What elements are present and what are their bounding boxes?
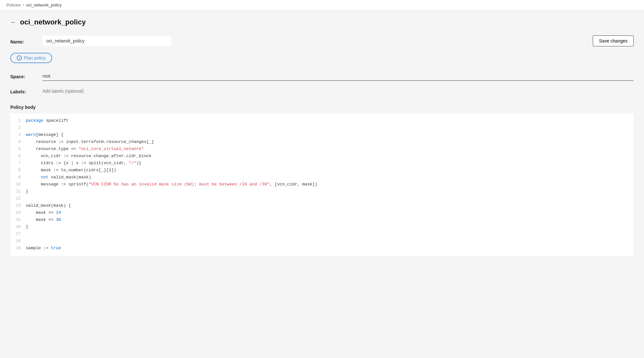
line-num-7: 7 <box>10 160 26 166</box>
line-content-8: mask := to_number(cidrs[_][1]) <box>26 167 634 174</box>
code-line-15: 15 mask <= 30 <box>10 217 634 224</box>
line-content-13: valid_mask(mask) { <box>26 203 634 209</box>
breadcrumb-parent[interactable]: Policies <box>6 3 21 7</box>
line-content-15: mask <= 30 <box>26 217 634 223</box>
name-row: Name: Save changes <box>10 35 634 46</box>
code-line-6: 6 vcn_cidr := resource.change.after.cidr… <box>10 153 634 160</box>
policy-body-label: Policy body <box>10 105 634 110</box>
line-content-10: message := sprintf("VCN CIDR %s has an i… <box>26 181 634 188</box>
code-line-12: 12 <box>10 195 634 203</box>
line-num-14: 14 <box>10 210 26 216</box>
line-content-4: resource := input.terraform.resource_cha… <box>26 139 634 146</box>
code-line-1: 1 package spacelift <box>10 118 634 125</box>
line-num-16: 16 <box>10 224 26 230</box>
line-content-14: mask >= 24 <box>26 210 634 216</box>
code-line-7: 7 cidrs := {x | x := split(vcn_cidr, "/"… <box>10 160 634 167</box>
code-line-5: 5 resource.type == "oci_core_virtual_net… <box>10 146 634 153</box>
line-num-17: 17 <box>10 231 26 237</box>
line-num-12: 12 <box>10 195 26 202</box>
back-button[interactable]: ← <box>10 19 16 26</box>
breadcrumb-current: oci_network_policy <box>26 3 62 7</box>
name-label: Name: <box>10 37 36 44</box>
code-line-10: 10 message := sprintf("VCN CIDR %s has a… <box>10 181 634 188</box>
code-line-4: 4 resource := input.terraform.resource_c… <box>10 139 634 146</box>
code-line-8: 8 mask := to_number(cidrs[_][1]) <box>10 167 634 174</box>
info-icon: i <box>17 55 22 61</box>
back-arrow-icon: ← <box>10 19 16 26</box>
breadcrumb: Policies • oci_network_policy <box>0 0 644 10</box>
line-content-6: vcn_cidr := resource.change.after.cidr_b… <box>26 153 634 160</box>
space-label: Space: <box>10 72 36 79</box>
line-num-13: 13 <box>10 203 26 209</box>
plan-policy-button[interactable]: i Plan policy <box>10 53 52 63</box>
code-line-9: 9 not valid_mask(mask) <box>10 174 634 181</box>
line-content-11: } <box>26 188 634 195</box>
line-num-19: 19 <box>10 245 26 251</box>
line-num-6: 6 <box>10 153 26 159</box>
breadcrumb-separator: • <box>23 3 24 7</box>
space-input[interactable] <box>43 72 634 81</box>
code-line-11: 11 } <box>10 188 634 195</box>
line-num-11: 11 <box>10 188 26 195</box>
line-num-15: 15 <box>10 217 26 223</box>
code-line-14: 14 mask >= 24 <box>10 210 634 217</box>
line-content-1: package spacelift <box>26 118 634 124</box>
code-line-3: 3 warn[message] { <box>10 132 634 139</box>
line-content-3: warn[message] { <box>26 132 634 138</box>
page-title: oci_network_policy <box>20 18 86 26</box>
code-line-18: 18 <box>10 238 634 245</box>
line-num-9: 9 <box>10 174 26 181</box>
labels-label: Labels: <box>10 87 36 94</box>
space-row: Space: <box>10 72 634 81</box>
page-container: ← oci_network_policy Name: Save changes … <box>0 10 644 355</box>
line-num-2: 2 <box>10 125 26 131</box>
line-content-5: resource.type == "oci_core_virtual_netwo… <box>26 146 634 153</box>
line-content-19: sample := true <box>26 245 634 252</box>
line-content-16: } <box>26 224 634 231</box>
labels-row: Labels: <box>10 87 634 96</box>
line-num-10: 10 <box>10 181 26 188</box>
line-num-8: 8 <box>10 167 26 174</box>
line-num-18: 18 <box>10 238 26 244</box>
code-line-17: 17 <box>10 231 634 238</box>
line-num-1: 1 <box>10 118 26 124</box>
line-num-4: 4 <box>10 139 26 145</box>
space-input-wrapper <box>43 72 634 81</box>
line-content-9: not valid_mask(mask) <box>26 174 634 181</box>
labels-input-wrapper <box>43 87 634 96</box>
line-num-5: 5 <box>10 146 26 152</box>
code-line-2: 2 <box>10 125 634 132</box>
code-editor[interactable]: 1 package spacelift 2 3 warn[message] { … <box>10 114 634 256</box>
line-num-3: 3 <box>10 132 26 138</box>
line-content-7: cidrs := {x | x := split(vcn_cidr, "/")} <box>26 160 634 167</box>
code-line-13: 13 valid_mask(mask) { <box>10 203 634 210</box>
save-changes-button[interactable]: Save changes <box>593 35 634 46</box>
name-row-left: Name: <box>10 36 593 46</box>
name-input[interactable] <box>43 36 171 46</box>
code-line-19: 19 sample := true <box>10 245 634 252</box>
page-header: ← oci_network_policy <box>10 18 634 26</box>
plan-policy-label: Plan policy <box>24 55 46 61</box>
code-line-16: 16 } <box>10 224 634 231</box>
labels-input[interactable] <box>43 87 634 96</box>
